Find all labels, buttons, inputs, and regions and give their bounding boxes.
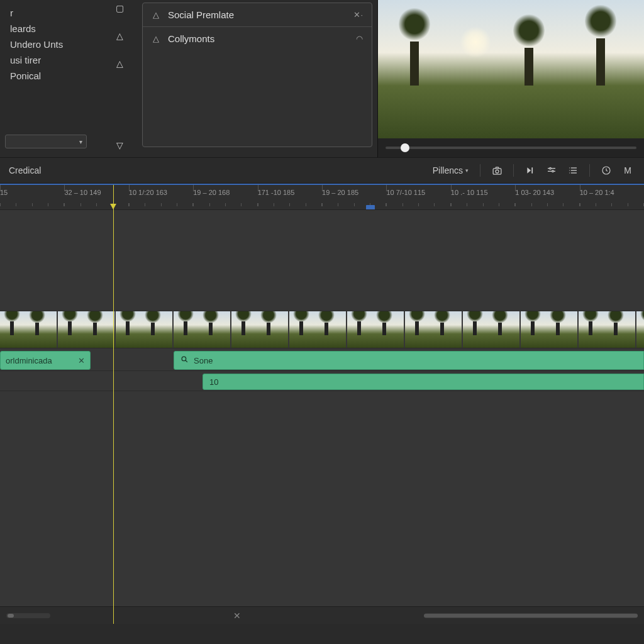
- svg-point-1: [496, 170, 499, 173]
- audio-track-2[interactable]: 10: [0, 372, 644, 391]
- ruler-mark: 10 – 20 1:4: [580, 185, 644, 209]
- sidebar-dropdown[interactable]: ▾: [5, 135, 87, 148]
- ruler-mark: 32 – 10 149: [64, 185, 128, 209]
- scrub-handle[interactable]: [401, 143, 409, 152]
- ruler-mark: 19 – 20 185: [322, 185, 386, 209]
- preview-monitor: [377, 0, 644, 157]
- square-icon[interactable]: ▢: [114, 3, 125, 14]
- clip-thumbnail[interactable]: [174, 311, 230, 348]
- close-icon[interactable]: ✕: [233, 611, 241, 621]
- tracks-area: orldminicada ✕ Sone 10: [0, 210, 644, 606]
- svg-point-13: [182, 357, 186, 361]
- sliders-icon[interactable]: [544, 163, 559, 178]
- ruler-mark: 15: [0, 185, 64, 209]
- preset-card: △ Social Premlate ✕· △ Collymonts ◠: [142, 3, 372, 147]
- preset-label: Collymonts: [168, 33, 348, 44]
- timeline-toolbar: Credical Pillencs ▾ M: [0, 157, 644, 184]
- preview-scrubber: [378, 138, 644, 157]
- ruler-mark: 10 7/-10 115: [386, 185, 450, 209]
- sequence-tab[interactable]: Credical: [9, 165, 41, 175]
- preset-label: Social Premlate: [168, 9, 346, 20]
- clip-thumbnail[interactable]: [405, 311, 462, 348]
- triangle-outline-icon: △: [152, 34, 160, 43]
- audio-track-1[interactable]: orldminicada ✕ Sone: [0, 350, 644, 371]
- toolbar-dropdown[interactable]: Pillencs ▾: [430, 164, 471, 177]
- clip-thumbnail[interactable]: [636, 311, 644, 348]
- sidebar-item[interactable]: r: [5, 5, 101, 21]
- preset-action-icon[interactable]: ✕·: [353, 10, 363, 19]
- clip-thumbnail[interactable]: [0, 311, 57, 348]
- panel-icon-strip: ▢ △ △ ▽: [101, 0, 138, 157]
- clip-thumbnail[interactable]: [579, 311, 635, 348]
- separator: [513, 164, 514, 177]
- playhead[interactable]: [113, 185, 114, 624]
- preview-frame: [378, 0, 644, 138]
- clip-thumbnail[interactable]: [289, 311, 346, 348]
- svg-point-5: [552, 170, 554, 172]
- project-sidebar: r leards Undero Unts usi tirer Ponical ▾: [0, 0, 101, 157]
- time-ruler[interactable]: 15 32 – 10 149 10 1/:20 163 19 – 20 168 …: [0, 185, 644, 210]
- audio-clip[interactable]: 10: [203, 374, 644, 390]
- clip-thumbnail[interactable]: [231, 311, 288, 348]
- ruler-mark: 10 1/:20 163: [129, 185, 193, 209]
- preset-expand-icon[interactable]: ◠: [356, 34, 363, 43]
- chevron-down-icon: ▾: [79, 138, 82, 145]
- sidebar-item[interactable]: Undero Unts: [5, 36, 101, 52]
- video-track[interactable]: [0, 311, 644, 348]
- audio-clip[interactable]: orldminicada ✕: [0, 351, 91, 370]
- timeline-panel: 15 32 – 10 149 10 1/:20 163 19 – 20 168 …: [0, 184, 644, 624]
- preset-row-colly[interactable]: △ Collymonts ◠: [143, 27, 372, 50]
- triangle-outline-icon[interactable]: △: [114, 58, 125, 69]
- scene-tree: [525, 48, 533, 86]
- scene-tree: [596, 38, 605, 86]
- search-icon: [180, 355, 189, 365]
- ruler-mark: 19 – 20 168: [193, 185, 257, 209]
- toolbar-right-label[interactable]: M: [620, 163, 635, 178]
- scene-sun: [460, 26, 491, 58]
- scrub-track[interactable]: [386, 147, 636, 149]
- zoom-scrollbar[interactable]: [6, 613, 50, 618]
- skip-forward-icon[interactable]: [523, 163, 538, 178]
- clip-thumbnail[interactable]: [58, 311, 114, 348]
- sidebar-item[interactable]: usi tirer: [5, 52, 101, 68]
- warning-triangle-icon: △: [152, 10, 160, 19]
- close-icon[interactable]: ✕: [78, 356, 85, 365]
- clip-thumbnail[interactable]: [347, 311, 404, 348]
- preview-video[interactable]: [378, 0, 644, 138]
- presets-panel: △ Social Premlate ✕· △ Collymonts ◠: [138, 0, 377, 157]
- clip-label: 10: [209, 377, 218, 387]
- clip-thumbnail[interactable]: [463, 311, 519, 348]
- sidebar-item-list: r leards Undero Unts usi tirer Ponical: [5, 5, 101, 135]
- clip-thumbnail[interactable]: [521, 311, 577, 348]
- camera-icon[interactable]: [489, 163, 504, 178]
- ruler-mark: 10 .- 10 115: [451, 185, 515, 209]
- horizontal-scrollbar[interactable]: [424, 613, 638, 618]
- triangle-down-icon[interactable]: ▽: [114, 140, 125, 151]
- in-out-marker[interactable]: [366, 205, 375, 210]
- clip-label: orldminicada: [6, 356, 52, 365]
- warning-triangle-icon[interactable]: △: [114, 30, 125, 42]
- dropdown-label: Pillencs: [433, 165, 463, 175]
- timeline-bottom-bar: ✕: [0, 606, 644, 624]
- preset-row-social[interactable]: △ Social Premlate ✕·: [143, 3, 372, 27]
- scrollbar-thumb[interactable]: [8, 614, 14, 618]
- svg-point-4: [550, 167, 552, 169]
- svg-rect-0: [493, 168, 501, 174]
- sidebar-item[interactable]: leards: [5, 21, 101, 36]
- scene-tree: [410, 42, 419, 86]
- clip-thumbnail[interactable]: [116, 311, 172, 348]
- audio-clip[interactable]: Sone: [174, 351, 644, 370]
- separator: [589, 164, 590, 177]
- ruler-mark: 1 03- 20 143: [515, 185, 579, 209]
- list-icon[interactable]: [565, 163, 580, 178]
- scrollbar-thumb[interactable]: [424, 614, 638, 618]
- sidebar-item[interactable]: Ponical: [5, 68, 101, 84]
- ruler-mark: 171 -10 185: [258, 185, 322, 209]
- separator: [480, 164, 480, 177]
- clip-label: Sone: [194, 356, 213, 365]
- svg-line-14: [186, 360, 187, 362]
- clock-icon[interactable]: [599, 163, 614, 178]
- chevron-down-icon: ▾: [465, 167, 469, 174]
